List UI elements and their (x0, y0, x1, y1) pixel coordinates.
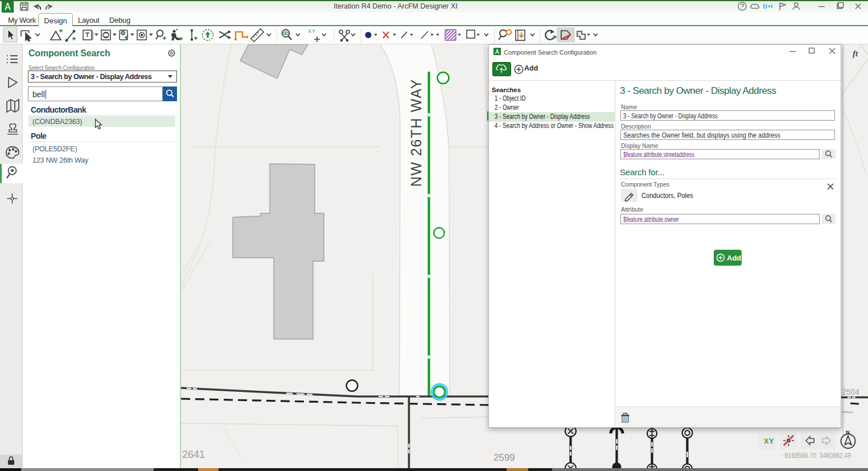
svg-text:2504: 2504 (842, 387, 859, 396)
svg-text:NW 26TH WAY: NW 26TH WAY (408, 78, 424, 187)
svg-text:2641: 2641 (182, 449, 205, 460)
svg-text:X: X (764, 437, 769, 445)
svg-text:X: X (308, 28, 311, 34)
svg-text:ft: ft (853, 49, 858, 58)
svg-text:Add: Add (727, 254, 741, 262)
svg-text:Y: Y (312, 28, 315, 34)
svg-text:N: N (846, 429, 850, 435)
svg-text:2599: 2599 (493, 452, 515, 463)
svg-text:Y: Y (769, 437, 774, 445)
